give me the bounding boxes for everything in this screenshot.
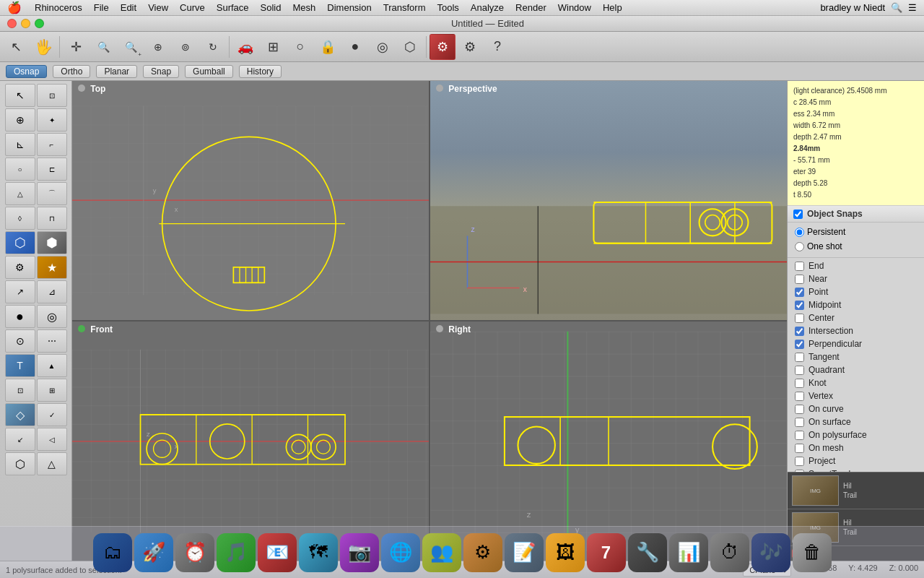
ring-tool[interactable]: ◎: [370, 34, 396, 60]
planar-button[interactable]: Planar: [96, 65, 137, 78]
menu-extras-icon[interactable]: ☰: [908, 2, 917, 13]
snap-checkbox-near[interactable]: [795, 275, 804, 284]
dock-app2[interactable]: 📊: [669, 533, 708, 572]
side-tool-29[interactable]: ↙: [5, 428, 35, 451]
gear-tool-2[interactable]: ⚙: [457, 34, 483, 60]
osnap-button[interactable]: Osnap: [6, 65, 47, 78]
menu-solid[interactable]: Solid: [255, 0, 287, 15]
menu-help[interactable]: Help: [597, 0, 628, 15]
snap-checkbox-point[interactable]: [795, 288, 804, 297]
snap-item-intersection[interactable]: Intersection: [788, 324, 924, 337]
snap-checkbox-on-mesh[interactable]: [795, 444, 804, 453]
history-button[interactable]: History: [239, 65, 282, 78]
grid-tool[interactable]: ⊞: [260, 34, 286, 60]
object-snaps-enable-checkbox[interactable]: [793, 210, 803, 219]
dock-itunes[interactable]: 🎶: [751, 533, 790, 572]
side-tool-20[interactable]: ◎: [37, 305, 67, 328]
snap-checkbox-knot[interactable]: [795, 379, 804, 388]
viewport-front[interactable]: Front z x: [72, 322, 429, 561]
dock-finder[interactable]: 🗂: [93, 533, 132, 572]
snap-checkbox-project[interactable]: [795, 457, 804, 466]
persistent-radio[interactable]: [795, 228, 804, 237]
apple-menu[interactable]: 🍎: [0, 1, 29, 14]
circle-fill-tool[interactable]: ●: [342, 34, 368, 60]
side-tool-26[interactable]: ⊞: [37, 379, 67, 402]
side-tool-27[interactable]: ◇: [5, 403, 35, 426]
dock-counter[interactable]: 7: [587, 533, 626, 572]
zoom-tool-3[interactable]: ⊕: [145, 34, 171, 60]
menu-window[interactable]: Window: [552, 0, 597, 15]
side-tool-21[interactable]: ⊙: [5, 329, 35, 353]
dock-music[interactable]: 🎵: [217, 533, 256, 572]
side-tool-2[interactable]: ⊡: [37, 84, 67, 107]
side-tool-24[interactable]: ▲: [37, 354, 67, 377]
side-tool-10[interactable]: ⌒: [37, 182, 67, 205]
point-tool[interactable]: ✛: [63, 34, 89, 60]
dock-app1[interactable]: 🔧: [628, 533, 667, 572]
snap-checkbox-intersection[interactable]: [795, 327, 804, 336]
snap-item-vertex[interactable]: Vertex: [788, 389, 924, 402]
close-button[interactable]: [7, 19, 17, 28]
viewport-right[interactable]: Right z y: [430, 322, 787, 561]
snap-item-on-surface[interactable]: On surface: [788, 415, 924, 428]
snap-button[interactable]: Snap: [143, 65, 179, 78]
minimize-button[interactable]: [21, 19, 30, 28]
dock-settings[interactable]: ⚙: [463, 533, 502, 572]
viewport-perspective[interactable]: Perspective z x: [430, 81, 787, 320]
zoom-tool-4[interactable]: ⊚: [173, 34, 199, 60]
menu-transform[interactable]: Transform: [378, 0, 432, 15]
snap-checkbox-midpoint[interactable]: [795, 301, 804, 310]
car-icon[interactable]: 🚗: [232, 34, 258, 60]
snap-item-quadrant[interactable]: Quadrant: [788, 363, 924, 376]
side-tool-19[interactable]: ●: [5, 305, 35, 328]
side-tool-1[interactable]: ↖: [5, 84, 35, 107]
maximize-button[interactable]: [35, 19, 44, 28]
side-tool-12[interactable]: ⊓: [37, 207, 67, 230]
menu-edit[interactable]: Edit: [115, 0, 142, 15]
snap-item-on-mesh[interactable]: On mesh: [788, 441, 924, 454]
snap-item-on-curve[interactable]: On curve: [788, 402, 924, 415]
menu-view[interactable]: View: [142, 0, 174, 15]
lock-tool[interactable]: 🔒: [315, 34, 341, 60]
hand-tool[interactable]: 🖐: [30, 34, 56, 60]
side-tool-4[interactable]: ✦: [37, 108, 67, 131]
snap-item-on-polysurface[interactable]: On polysurface: [788, 428, 924, 441]
snap-checkbox-on-polysurface[interactable]: [795, 431, 804, 440]
thumbnail-1[interactable]: IMG: [792, 475, 839, 506]
curve-tool[interactable]: ○: [287, 34, 313, 60]
persistent-radio-label[interactable]: Persistent: [795, 227, 845, 237]
snap-item-midpoint[interactable]: Midpoint: [788, 298, 924, 311]
snap-item-near[interactable]: Near: [788, 272, 924, 285]
side-tool-6[interactable]: ⌐: [37, 133, 67, 156]
rotate-tool[interactable]: ↻: [200, 34, 226, 60]
snap-item-end[interactable]: End: [788, 259, 924, 272]
gumball-button[interactable]: Gumball: [185, 65, 233, 78]
dock-timemachine[interactable]: ⏱: [710, 533, 749, 572]
side-tool-30[interactable]: ◁: [37, 428, 67, 451]
side-tool-18[interactable]: ⊿: [37, 280, 67, 303]
snap-checkbox-perpendicular[interactable]: [795, 340, 804, 349]
side-tool-9[interactable]: △: [5, 182, 35, 205]
side-tool-31[interactable]: ⬡: [5, 452, 35, 475]
side-tool-32[interactable]: △: [37, 452, 67, 475]
snap-checkbox-quadrant[interactable]: [795, 366, 804, 375]
dock-contacts[interactable]: 👥: [422, 533, 461, 572]
oneshot-radio-label[interactable]: One shot: [795, 241, 842, 251]
side-tool-16[interactable]: ★: [37, 256, 67, 279]
dock-maps[interactable]: 🗺: [299, 533, 338, 572]
side-tool-3[interactable]: ⊕: [5, 108, 35, 131]
snap-item-project[interactable]: Project: [788, 454, 924, 467]
dock-facetime[interactable]: 📷: [340, 533, 379, 572]
oneshot-radio[interactable]: [795, 242, 804, 251]
dock-clock[interactable]: ⏰: [175, 533, 214, 572]
side-tool-17[interactable]: ↗: [5, 280, 35, 303]
snap-checkbox-end[interactable]: [795, 262, 804, 271]
select-tool[interactable]: ↖: [3, 34, 29, 60]
snap-checkbox-on-surface[interactable]: [795, 418, 804, 427]
dock-mail[interactable]: 📧: [258, 533, 297, 572]
side-tool-22[interactable]: ⋯: [37, 329, 67, 353]
dock-safari[interactable]: 🌐: [381, 533, 420, 572]
side-tool-28[interactable]: ✓: [37, 403, 67, 426]
side-tool-11[interactable]: ◊: [5, 207, 35, 230]
viewport-top[interactable]: Top x y: [72, 81, 429, 320]
